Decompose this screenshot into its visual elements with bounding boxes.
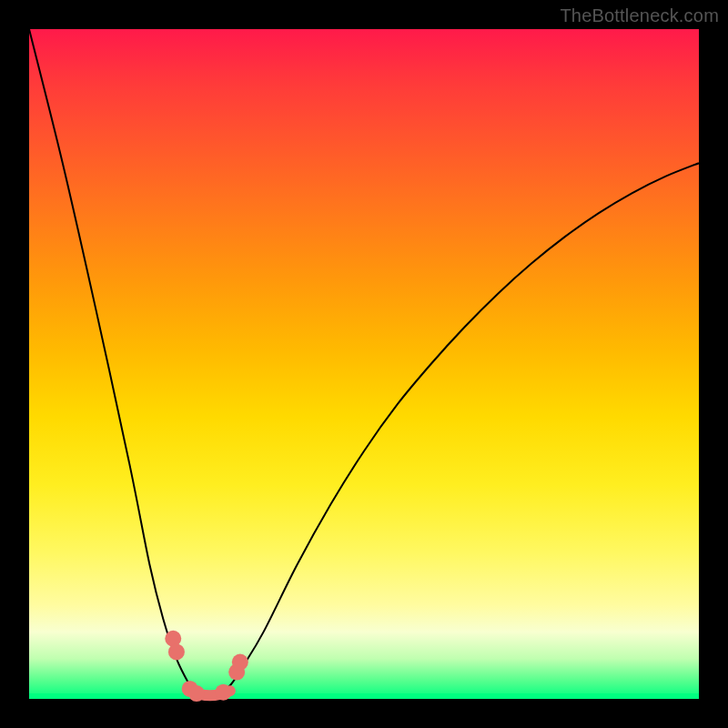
curve-svg: [29, 29, 699, 699]
data-marker: [232, 654, 248, 671]
data-marker: [188, 685, 205, 702]
data-marker: [215, 684, 231, 701]
marker-group: [165, 631, 248, 702]
bottleneck-curve: [29, 29, 699, 699]
data-marker: [168, 643, 185, 660]
chart-frame: TheBottleneck.com: [0, 0, 728, 728]
watermark-text: TheBottleneck.com: [560, 5, 719, 26]
plot-area: [29, 29, 699, 699]
